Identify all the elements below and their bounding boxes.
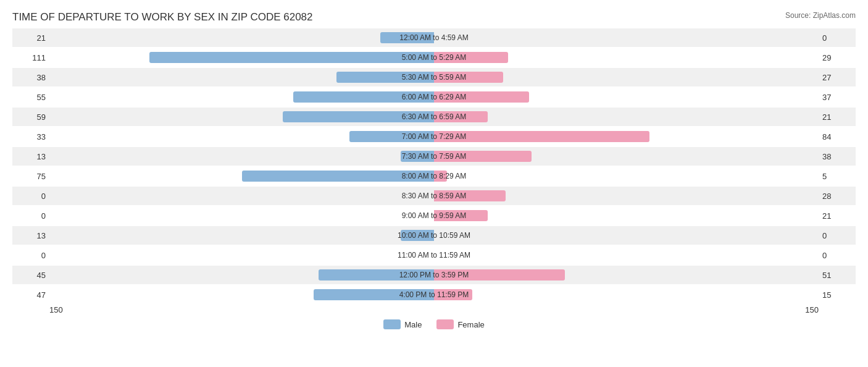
male-value: 0 <box>12 211 49 221</box>
time-label: 12:00 AM to 4:59 AM <box>399 33 468 42</box>
rows-container: 2112:00 AM to 4:59 AM01115:00 AM to 5:29… <box>12 28 856 304</box>
time-label: 11:00 AM to 11:59 AM <box>398 251 470 259</box>
time-label: 10:00 AM to 10:59 AM <box>398 231 470 240</box>
table-row: 09:00 AM to 9:59 AM21 <box>12 206 856 225</box>
male-value: 47 <box>12 290 49 300</box>
female-value: 28 <box>819 192 856 201</box>
bottom-labels: 150 150 <box>12 305 856 314</box>
male-legend-box <box>383 319 401 329</box>
time-label: 12:00 PM to 3:59 PM <box>399 271 469 279</box>
male-value: 0 <box>12 251 49 260</box>
male-value: 38 <box>12 73 49 82</box>
female-value: 27 <box>819 73 856 82</box>
male-value: 13 <box>12 231 49 240</box>
bars-area: 6:30 AM to 6:59 AM <box>49 108 819 126</box>
male-value: 111 <box>12 53 49 62</box>
female-legend-label: Female <box>457 320 484 329</box>
female-value: 5 <box>819 172 856 181</box>
source-label: Source: ZipAtlas.com <box>785 11 856 20</box>
male-value: 21 <box>12 33 49 43</box>
bars-area: 5:30 AM to 5:59 AM <box>49 68 819 86</box>
male-legend-label: Male <box>404 320 422 329</box>
time-label: 4:00 PM to 11:59 PM <box>399 290 469 299</box>
table-row: 011:00 AM to 11:59 AM0 <box>12 246 856 264</box>
female-value: 29 <box>819 53 856 62</box>
time-label: 8:30 AM to 8:59 AM <box>402 192 467 200</box>
bars-area: 7:00 AM to 7:29 AM <box>49 127 819 146</box>
bars-area: 8:00 AM to 8:29 AM <box>49 167 819 185</box>
table-row: 337:00 AM to 7:29 AM84 <box>12 127 856 146</box>
bars-area: 5:00 AM to 5:29 AM <box>49 48 819 67</box>
bottom-left-label: 150 <box>49 305 63 314</box>
female-value: 38 <box>819 152 856 161</box>
bars-area: 7:30 AM to 7:59 AM <box>49 147 819 166</box>
table-row: 474:00 PM to 11:59 PM15 <box>12 285 856 304</box>
legend-male: Male <box>383 319 422 329</box>
time-label: 9:00 AM to 9:59 AM <box>402 211 467 220</box>
male-value: 0 <box>12 192 49 201</box>
female-value: 84 <box>819 132 856 141</box>
table-row: 137:30 AM to 7:59 AM38 <box>12 147 856 166</box>
table-row: 758:00 AM to 8:29 AM5 <box>12 167 856 185</box>
time-label: 7:30 AM to 7:59 AM <box>402 152 467 161</box>
time-label: 6:30 AM to 6:59 AM <box>402 112 467 121</box>
table-row: 08:30 AM to 8:59 AM28 <box>12 187 856 205</box>
table-row: 596:30 AM to 6:59 AM21 <box>12 108 856 126</box>
bars-area: 10:00 AM to 10:59 AM <box>49 226 819 245</box>
male-value: 75 <box>12 172 49 181</box>
bars-area: 6:00 AM to 6:29 AM <box>49 88 819 106</box>
female-value: 0 <box>819 251 856 260</box>
chart-container: TIME OF DEPARTURE TO WORK BY SEX IN ZIP … <box>0 0 868 367</box>
bars-area: 12:00 PM to 3:59 PM <box>49 266 819 284</box>
bars-area: 11:00 AM to 11:59 AM <box>49 246 819 264</box>
male-value: 59 <box>12 112 49 122</box>
bars-area: 4:00 PM to 11:59 PM <box>49 285 819 304</box>
time-label: 7:00 AM to 7:29 AM <box>402 132 467 141</box>
time-label: 5:00 AM to 5:29 AM <box>402 53 467 62</box>
legend: Male Female <box>12 319 856 329</box>
legend-female: Female <box>436 319 484 329</box>
female-value: 21 <box>819 112 856 122</box>
male-value: 55 <box>12 93 49 102</box>
male-value: 33 <box>12 132 49 141</box>
female-value: 0 <box>819 231 856 240</box>
female-value: 21 <box>819 211 856 221</box>
chart-area: 2112:00 AM to 4:59 AM01115:00 AM to 5:29… <box>12 28 856 331</box>
bars-area: 12:00 AM to 4:59 AM <box>49 28 819 47</box>
time-label: 5:30 AM to 5:59 AM <box>402 73 467 82</box>
female-value: 51 <box>819 271 856 280</box>
table-row: 1310:00 AM to 10:59 AM0 <box>12 226 856 245</box>
female-value: 37 <box>819 93 856 102</box>
table-row: 385:30 AM to 5:59 AM27 <box>12 68 856 86</box>
table-row: 2112:00 AM to 4:59 AM0 <box>12 28 856 47</box>
female-value: 15 <box>819 290 856 300</box>
female-legend-box <box>436 319 454 329</box>
chart-title: TIME OF DEPARTURE TO WORK BY SEX IN ZIP … <box>12 11 856 23</box>
bars-area: 9:00 AM to 9:59 AM <box>49 206 819 225</box>
table-row: 1115:00 AM to 5:29 AM29 <box>12 48 856 67</box>
bottom-right-label: 150 <box>805 305 819 314</box>
male-value: 13 <box>12 152 49 161</box>
male-value: 45 <box>12 271 49 280</box>
bars-area: 8:30 AM to 8:59 AM <box>49 187 819 205</box>
table-row: 556:00 AM to 6:29 AM37 <box>12 88 856 106</box>
time-label: 8:00 AM to 8:29 AM <box>402 172 467 180</box>
table-row: 4512:00 PM to 3:59 PM51 <box>12 266 856 284</box>
time-label: 6:00 AM to 6:29 AM <box>402 93 467 101</box>
male-bar <box>149 52 434 63</box>
female-value: 0 <box>819 33 856 43</box>
